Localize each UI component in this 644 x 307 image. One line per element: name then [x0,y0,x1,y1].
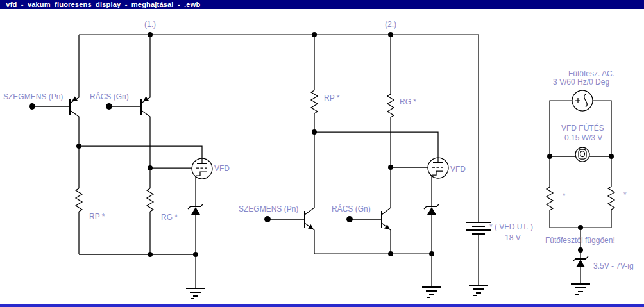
heater-resistor-right[interactable] [608,156,614,228]
input-terminal-segment-2[interactable] [264,216,271,222]
vfd-label-2: VFD [450,165,466,174]
supply-branch: * ( VFD UT. ) 18 V [466,222,533,295]
section-2: (2.) RP * RG * SZEGMENS (Pn) RÁCS (Gn) V… [239,20,466,297]
zener-diode-heater[interactable] [573,256,588,284]
ewb-window: (1.) SZEGMENS (Pn) RÁCS (Gn) RP * RG * V… [0,0,644,307]
heater-resistor-right-label: * [623,190,627,199]
junction-dot [609,154,614,159]
titlebar[interactable]: _vfd_-_vakum_fluoresens_display_-_meghaj… [0,0,644,9]
resistor-rp-1[interactable] [76,146,82,254]
junction-dot [312,32,317,37]
lamp-symbol[interactable] [575,147,589,162]
resistor-rg-2[interactable] [387,35,394,167]
section-1-tag: (1.) [144,20,156,29]
zener-diode-1[interactable] [188,204,203,254]
anode-wire-2 [314,132,438,158]
vfd-label-1: VFD [214,164,230,173]
junction-dot [148,32,153,37]
ground-symbol-1[interactable] [186,254,205,299]
junction-dot [193,252,198,257]
anode-wire-1 [79,146,202,158]
junction-dot [388,251,393,256]
resistor-rp-2[interactable] [311,35,318,132]
window-title: _vfd_-_vakum_fluoresens_display_-_meghaj… [2,1,200,8]
rg-label-2: RG * [400,97,416,106]
junction-dot [148,165,153,170]
heater-resistor-left-label: * [563,192,566,201]
section-1: (1.) SZEGMENS (Pn) RÁCS (Gn) RP * RG * V… [3,20,230,299]
input-terminal-grid-2[interactable] [346,216,353,222]
ground-symbol-heater[interactable] [571,284,590,294]
heater-source-name-label: Fûtőfesz. AC. [568,69,614,78]
ground-symbol-2[interactable] [422,254,441,297]
junction-dot [148,252,153,257]
zener-diode-2[interactable] [424,204,439,254]
junction-dot [547,154,552,159]
grid-input-label-2: RÁCS (Gn) [332,204,371,213]
rg-label-1: RG * [161,213,178,222]
rp-label-2: RP * [324,94,340,103]
junction-dot [429,251,434,256]
junction-dot [578,247,583,253]
pnp-transistor-segment-1[interactable] [35,35,79,146]
npn-transistor-segment-2[interactable] [270,132,314,254]
bottom-window-edge [0,304,644,307]
junction-dot [578,225,583,230]
heater-note-label: Fûtőfesztől függően! [545,236,615,245]
heater-circuit: Fûtőfesz. AC. 3 V/60 Hz/0 Deg VFD FÛTÉS … [545,69,634,294]
junction-dot [312,129,317,135]
heater-resistor-left[interactable] [547,156,553,228]
power-rail-wire [79,35,479,222]
supply-name-label: * ( VFD UT. ) [489,222,533,231]
rp-label-1: RP * [89,212,105,221]
schematic-canvas[interactable]: (1.) SZEGMENS (Pn) RÁCS (Gn) RP * RG * V… [0,0,644,307]
section-2-tag: (2.) [385,20,396,29]
supply-voltage-label: 18 V [505,233,521,242]
vfd-tube-2[interactable] [428,158,448,178]
resistor-rg-1[interactable] [147,168,153,254]
segment-input-label-2: SZEGMENS (Pn) [239,204,298,213]
grid-input-label-1: RÁCS (Gn) [90,92,129,101]
heater-lamp-name-label: VFD FÛTÉS [561,123,604,133]
ground-symbol-battery[interactable] [469,285,488,295]
battery-symbol[interactable] [466,222,491,234]
junction-dot [388,32,393,37]
junction-dot [388,165,393,170]
input-terminal-segment-1[interactable] [29,103,35,110]
junction-dot [76,144,81,149]
input-terminal-grid-1[interactable] [106,103,112,110]
heater-source-value-label: 3 V/60 Hz/0 Deg [553,78,609,87]
heater-zener-range-label: 3.5V - 7V-ig [593,261,634,270]
pnp-transistor-grid-1[interactable] [112,35,150,168]
ac-source-symbol[interactable] [572,90,593,111]
vfd-tube-1[interactable] [192,158,212,179]
heater-lamp-value-label: 0.15 W/3 V [564,133,602,142]
segment-input-label-1: SZEGMENS (Pn) [3,92,63,101]
